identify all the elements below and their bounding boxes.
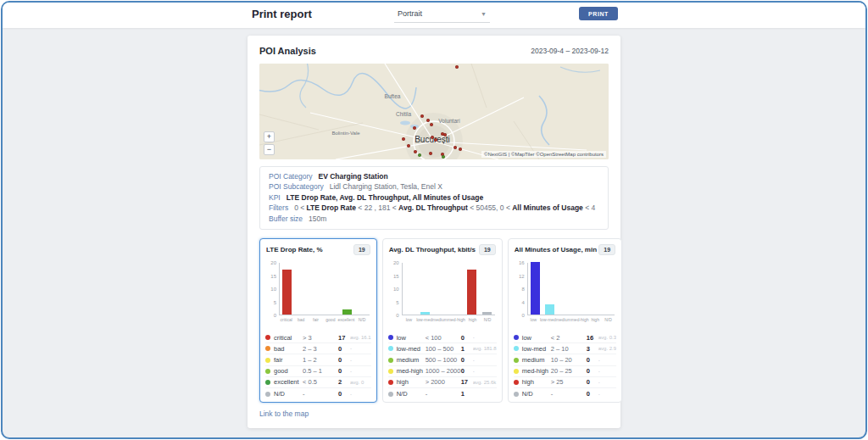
x-axis-tick: N/D — [354, 317, 369, 322]
y-axis-tick: 20 — [265, 260, 276, 265]
legend-color-dot — [265, 369, 270, 374]
bar-chart: 1612840lowlow-medmediummed-highhighN/D — [514, 259, 616, 331]
info-value: Lidl Charging Station, Tesla, Enel X — [330, 182, 442, 191]
legend-avg: - — [598, 369, 616, 374]
legend-avg: - — [473, 358, 497, 363]
y-axis-tick: 0 — [388, 313, 399, 318]
bar-low-med — [420, 312, 430, 315]
map-poi-dot — [442, 155, 445, 159]
x-axis-tick: critical — [279, 317, 293, 322]
y-axis-tick: 8 — [514, 287, 525, 292]
info-label: Filters — [269, 203, 288, 212]
legend-count: 16 — [587, 334, 598, 342]
legend-row: excellent< 0.52avg. 0 — [265, 377, 371, 388]
legend-label: bad — [274, 345, 303, 353]
plot-area — [402, 263, 495, 315]
map-poi-dot — [402, 137, 405, 141]
x-axis-tick: high — [589, 317, 602, 322]
info-label: Buffer size — [269, 214, 303, 223]
legend-range: > 3 — [303, 334, 338, 342]
print-button[interactable]: PRINT — [579, 7, 618, 20]
map-place-label: Buftea — [385, 93, 401, 99]
legend-range: 1000 – 2000 — [426, 367, 461, 375]
legend-count: 0 — [338, 345, 350, 353]
legend-label: med-high — [522, 367, 551, 375]
legend-row: low-med100 – 5001avg. 181.8 — [388, 343, 497, 354]
link-to-map[interactable]: Link to the map — [259, 409, 309, 418]
x-axis-tick: fair — [309, 317, 323, 322]
chart-card-lte-drop-rate[interactable]: LTE Drop Rate, %1920151050criticalbadfai… — [259, 238, 377, 403]
legend-avg: - — [350, 369, 371, 374]
legend-count: 1 — [461, 345, 473, 353]
report-header: POI Analysis 2023-09-4 – 2023-09-12 — [259, 46, 609, 56]
map-place-label: Chitila — [396, 111, 411, 117]
legend-label: N/D — [397, 390, 426, 398]
legend-range: 100 – 500 — [426, 345, 461, 353]
x-axis-tick: excellent — [338, 317, 355, 322]
legend-avg: - — [598, 380, 616, 385]
x-axis-labels: lowlow-medmediummed-highhighN/D — [402, 317, 495, 322]
legend-count: 2 — [338, 378, 350, 386]
legend-color-dot — [388, 358, 393, 363]
legend-row: N/D-1 — [388, 388, 497, 399]
legend-avg: avg. 16.1 — [350, 335, 371, 340]
info-label: KPI — [269, 193, 281, 202]
y-axis-tick: 20 — [388, 260, 399, 265]
legend-avg: avg. 0.3 — [598, 335, 616, 340]
report-preview-area: POI Analysis 2023-09-4 – 2023-09-12 — [3, 28, 865, 437]
map-attribution: ©NextGIS | ©MapTiler ©OpenStreetMap cont… — [481, 151, 606, 158]
legend-avg: avg. 25.6k — [473, 380, 497, 385]
orientation-select[interactable]: Portrait ▼ — [394, 6, 490, 23]
map-poi-dot — [430, 123, 433, 126]
chart-card-all-minutes-of-usage[interactable]: All Minutes of Usage, min191612840lowlow… — [508, 238, 622, 403]
legend-count: 0 — [338, 367, 350, 375]
legend-range: < 2 — [551, 334, 587, 342]
info-row: Filters0 < LTE Drop Rate < 22 , 181 < Av… — [269, 203, 599, 213]
legend-color-dot — [388, 392, 393, 397]
y-axis-tick: 16 — [514, 260, 525, 265]
legend-label: low — [397, 334, 426, 342]
report-card: POI Analysis 2023-09-4 – 2023-09-12 — [248, 36, 620, 428]
legend-range: < 100 — [426, 334, 461, 342]
x-axis-tick: good — [323, 317, 337, 322]
legend-label: medium — [522, 356, 551, 364]
map-poi-dot — [420, 114, 424, 118]
legend-label: med-high — [397, 367, 426, 375]
chevron-down-icon: ▼ — [481, 11, 487, 17]
x-axis-tick: high — [465, 317, 480, 322]
zoom-in-button[interactable]: + — [264, 131, 275, 142]
legend-count: 0 — [587, 367, 598, 375]
legend-row: N/D-0- — [265, 388, 371, 399]
legend-label: fair — [274, 356, 303, 364]
legend-color-dot — [514, 358, 519, 363]
chart-card-avg-dl-throughput[interactable]: Avg. DL Throughput, kbit/s1920151050lowl… — [382, 238, 503, 403]
print-report-window: Print report Portrait ▼ PRINT POI Analys… — [1, 1, 867, 439]
bar-high — [467, 270, 476, 315]
legend-color-dot — [388, 346, 393, 351]
bar-chart: 20151050lowlow-medmediummed-highhighN/D — [388, 259, 497, 331]
legend-label: low-med — [522, 345, 551, 353]
bar-critical — [282, 270, 292, 315]
info-panel: POI CategoryEV Charging StationPOI Subca… — [259, 166, 609, 230]
y-axis-tick: 0 — [265, 313, 276, 318]
map-poi-dot — [434, 138, 437, 142]
y-axis-tick: 5 — [265, 300, 276, 305]
map-poi-dot — [429, 152, 432, 155]
legend-count: 0 — [461, 367, 473, 375]
legend-row: low< 1000- — [388, 332, 497, 343]
map-place-label: Bolintin-Vale — [331, 131, 359, 136]
legend-color-dot — [388, 335, 393, 340]
legend-label: N/D — [274, 390, 303, 398]
y-axis-tick: 4 — [514, 300, 525, 305]
legend-count: 0 — [461, 356, 473, 364]
legend-color-dot — [388, 369, 393, 374]
zoom-out-button[interactable]: − — [264, 144, 275, 155]
info-value: EV Charging Station — [319, 172, 388, 181]
legend-row: low< 216avg. 0.3 — [514, 332, 616, 343]
map-poi-dot — [453, 146, 457, 149]
map[interactable]: + − ©NextGIS | ©MapTiler ©OpenStreetMap … — [259, 64, 609, 159]
legend-row: good0.5 – 10- — [265, 366, 371, 377]
x-axis-tick: N/D — [480, 317, 494, 322]
legend-count: 0 — [461, 334, 473, 342]
legend-range: 2 – 10 — [551, 345, 587, 353]
